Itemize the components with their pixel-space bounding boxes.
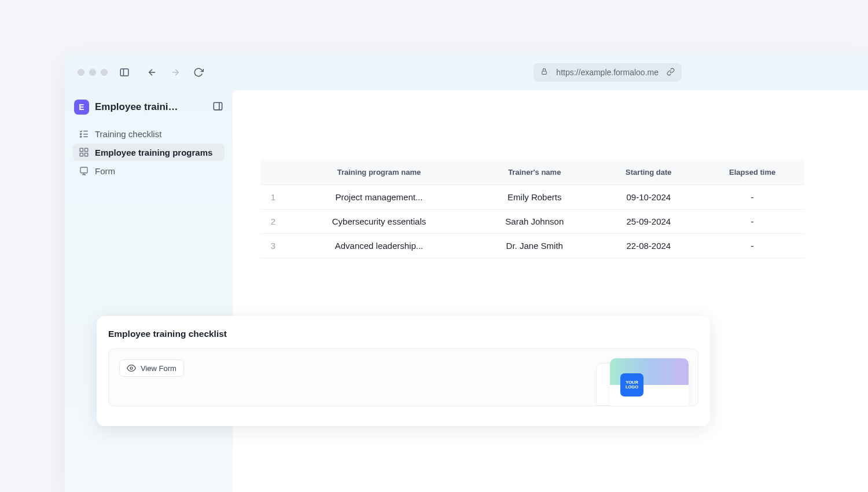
browser-titlebar: https://example.formaloo.me xyxy=(65,54,868,90)
col-starting-date[interactable]: Starting date xyxy=(597,160,701,185)
table-row[interactable]: 1 Project management... Emily Roberts 09… xyxy=(260,185,804,210)
row-number: 1 xyxy=(260,185,286,210)
svg-point-10 xyxy=(80,136,82,137)
app-sidebar: E Employee traini… Training checklist Em… xyxy=(65,90,233,492)
svg-rect-4 xyxy=(542,71,547,74)
svg-rect-13 xyxy=(85,148,88,151)
cell-start: 09-10-2024 xyxy=(597,185,701,210)
lock-icon xyxy=(540,68,548,77)
row-number: 2 xyxy=(260,210,286,234)
grid-icon xyxy=(79,147,89,157)
your-logo-placeholder: YOUR LOGO xyxy=(620,373,643,396)
checklist-card: Employee training checklist View Form YO… xyxy=(97,316,710,426)
view-form-button[interactable]: View Form xyxy=(119,359,184,377)
cell-program: Advanced leadership... xyxy=(286,234,472,258)
cell-trainer: Sarah Johnson xyxy=(472,210,597,234)
cell-elapsed: - xyxy=(700,185,804,210)
window-controls[interactable] xyxy=(78,69,108,76)
reload-icon[interactable] xyxy=(193,67,204,78)
main-content: Training program name Trainer's name Sta… xyxy=(233,90,868,492)
cell-start: 22-08-2024 xyxy=(597,234,701,258)
card-title: Employee training checklist xyxy=(108,329,698,339)
sidebar-item-label: Employee training programs xyxy=(95,148,212,157)
svg-rect-5 xyxy=(214,102,222,110)
row-number: 3 xyxy=(260,234,286,258)
app-title: Employee traini… xyxy=(95,101,187,113)
link-icon[interactable] xyxy=(667,68,675,78)
svg-rect-14 xyxy=(80,153,83,156)
forward-icon xyxy=(170,67,181,78)
app-header: E Employee traini… xyxy=(73,97,225,125)
cell-start: 25-09-2024 xyxy=(597,210,701,234)
close-dot[interactable] xyxy=(78,69,84,76)
cell-trainer: Emily Roberts xyxy=(472,185,597,210)
cell-program: Project management... xyxy=(286,185,472,210)
browser-window: https://example.formaloo.me E Employee t… xyxy=(65,54,868,492)
collapse-sidebar-icon[interactable] xyxy=(212,101,223,114)
cell-program: Cybersecurity essentials xyxy=(286,210,472,234)
view-form-label: View Form xyxy=(141,364,176,373)
minimize-dot[interactable] xyxy=(89,69,96,76)
form-preview: YOUR LOGO xyxy=(596,358,689,406)
sidebar-item-label: Form xyxy=(95,166,115,176)
svg-rect-15 xyxy=(85,153,88,156)
cell-elapsed: - xyxy=(700,234,804,258)
app-logo: E xyxy=(74,100,89,115)
svg-rect-16 xyxy=(80,167,87,173)
sidebar-item-form[interactable]: Form xyxy=(73,162,225,179)
training-programs-table: Training program name Trainer's name Sta… xyxy=(260,160,804,258)
col-elapsed-time[interactable]: Elapsed time xyxy=(700,160,804,185)
url-bar[interactable]: https://example.formaloo.me xyxy=(534,63,682,82)
url-text: https://example.formaloo.me xyxy=(556,68,659,77)
sidebar-panel-icon[interactable] xyxy=(119,67,130,78)
table-row[interactable]: 3 Advanced leadership... Dr. Jane Smith … xyxy=(260,234,804,258)
svg-point-17 xyxy=(130,367,133,369)
eye-icon xyxy=(127,364,136,373)
cell-trainer: Dr. Jane Smith xyxy=(472,234,597,258)
preview-front-card: YOUR LOGO xyxy=(610,358,689,406)
sidebar-item-training-checklist[interactable]: Training checklist xyxy=(73,125,225,142)
col-trainer-name[interactable]: Trainer's name xyxy=(472,160,597,185)
table-row[interactable]: 2 Cybersecurity essentials Sarah Johnson… xyxy=(260,210,804,234)
form-icon xyxy=(79,166,89,176)
sidebar-item-training-programs[interactable]: Employee training programs xyxy=(73,144,225,161)
back-icon[interactable] xyxy=(147,67,157,78)
cell-elapsed: - xyxy=(700,210,804,234)
svg-rect-0 xyxy=(120,69,128,76)
svg-rect-12 xyxy=(80,148,83,151)
checklist-icon xyxy=(79,128,89,139)
svg-point-8 xyxy=(80,134,82,135)
sidebar-item-label: Training checklist xyxy=(95,129,161,139)
maximize-dot[interactable] xyxy=(101,69,108,76)
card-body: View Form YOUR LOGO xyxy=(108,348,698,406)
col-program-name[interactable]: Training program name xyxy=(286,160,472,185)
